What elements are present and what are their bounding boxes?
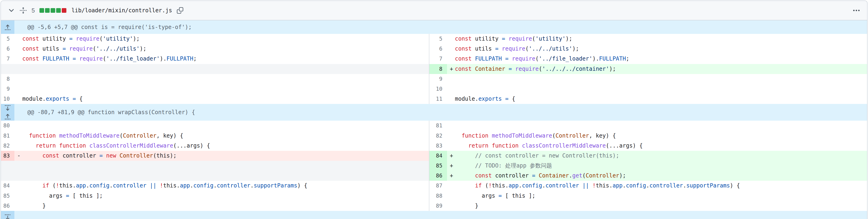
- diff-line-ctx: 9: [429, 74, 867, 84]
- diff-row: 7const FULLPATH = require('../file_loade…: [1, 54, 867, 64]
- diff-line-ctx: 10module.exports = {: [1, 94, 429, 104]
- copy-path-button[interactable]: [177, 7, 184, 14]
- line-number[interactable]: 6: [1, 44, 14, 54]
- line-number[interactable]: 10: [429, 84, 447, 94]
- collapse-file-button[interactable]: [8, 7, 15, 14]
- line-number[interactable]: 11: [429, 94, 447, 104]
- file-options-button[interactable]: [853, 7, 860, 14]
- code-text: const Container = require('../../../cont…: [455, 64, 616, 74]
- diff-line-ctx: 81: [429, 121, 867, 131]
- diff-line-ctx: 80: [1, 121, 429, 131]
- line-number[interactable]: 7: [429, 54, 447, 64]
- line-number[interactable]: 5: [429, 34, 447, 44]
- expand-up-button[interactable]: [1, 21, 14, 34]
- code-line: [447, 84, 867, 94]
- diff-row: 85 args = [ this ];88 args = [ this ];: [1, 191, 867, 201]
- diffstat-square-added: [39, 8, 44, 13]
- line-number[interactable]: 82: [1, 141, 14, 151]
- line-number[interactable]: 8: [429, 64, 447, 74]
- line-number[interactable]: 9: [1, 84, 14, 94]
- diff-marker: [447, 121, 455, 131]
- drag-handle[interactable]: [20, 7, 27, 14]
- diff-marker: [447, 54, 455, 64]
- line-number[interactable]: 6: [429, 44, 447, 54]
- kebab-horizontal-icon: [853, 7, 860, 14]
- diff-marker: [14, 34, 22, 44]
- line-number[interactable]: 81: [1, 131, 14, 141]
- code-text: const FULLPATH = require('../file_loader…: [22, 54, 196, 64]
- expand-down-button[interactable]: [1, 211, 14, 219]
- diff-line-ctx: 5const utility = require('utility');: [429, 34, 867, 44]
- diff-line-ctx: 87 if (!this.app.config.controller || !t…: [429, 181, 867, 191]
- filler-cell: [1, 171, 429, 181]
- code-line: [14, 74, 429, 84]
- diff-marker: -: [14, 151, 22, 161]
- file-header: 5 lib/loader/mixin/controller.js: [1, 1, 867, 21]
- code-line: + // TODO: 处理app 参数问题: [447, 161, 867, 171]
- chevron-down-icon: [8, 7, 15, 14]
- diff-marker: [14, 201, 22, 211]
- code-line: const FULLPATH = require('../file_loader…: [447, 54, 867, 64]
- diff-line-ctx: 9: [1, 84, 429, 94]
- diff-marker: [447, 181, 455, 191]
- line-number[interactable]: 84: [429, 151, 447, 161]
- diff-line-ctx: 83 return function classControllerMiddle…: [429, 141, 867, 151]
- code-line: + const controller = Container.get(Contr…: [447, 171, 867, 181]
- expand-up-button[interactable]: [1, 112, 14, 121]
- filler-cell: [1, 64, 429, 74]
- code-text: function methodToMiddleware(Controller, …: [455, 131, 616, 141]
- diff-marker: +: [447, 161, 455, 171]
- diff-marker: [14, 191, 22, 201]
- line-number[interactable]: 7: [1, 54, 14, 64]
- line-number[interactable]: 82: [429, 131, 447, 141]
- diff-marker: [14, 181, 22, 191]
- diff-line-add: 86+ const controller = Container.get(Con…: [429, 171, 867, 181]
- file-path: lib/loader/mixin/controller.js: [71, 7, 172, 14]
- diff-line-ctx: 82 function methodToMiddleware(Controlle…: [429, 131, 867, 141]
- code-text: const controller = new Controller(this);: [22, 151, 177, 161]
- diff-marker: [447, 94, 455, 104]
- code-text: const utility = require('utility');: [22, 34, 140, 44]
- code-text: const utility = require('utility');: [455, 34, 572, 44]
- code-text: const FULLPATH = require('../file_loader…: [455, 54, 629, 64]
- line-number[interactable]: 87: [429, 181, 447, 191]
- line-number[interactable]: 89: [429, 201, 447, 211]
- line-number[interactable]: 81: [429, 121, 447, 131]
- diff-line-ctx: 85 args = [ this ];: [1, 191, 429, 201]
- code-line: module.exports = {: [447, 94, 867, 104]
- hunk-header-row: [1, 211, 867, 219]
- hunk-header-text: @@ -5,6 +5,7 @@ const is = require('is-t…: [14, 21, 867, 34]
- diff-line-add: 85+ // TODO: 处理app 参数问题: [429, 161, 867, 171]
- line-number[interactable]: 80: [1, 121, 14, 131]
- line-number[interactable]: 88: [429, 191, 447, 201]
- line-number[interactable]: 10: [1, 94, 14, 104]
- line-number[interactable]: 5: [1, 34, 14, 44]
- hunk-header-text: [14, 211, 867, 219]
- diff-marker: +: [447, 151, 455, 161]
- diff-body: @@ -5,6 +5,7 @@ const is = require('is-t…: [1, 21, 867, 219]
- diff-marker: [447, 44, 455, 54]
- diff-row: 89: [1, 74, 867, 84]
- line-number[interactable]: 9: [429, 74, 447, 84]
- code-text: module.exports = {: [455, 94, 515, 104]
- filler-cell: [1, 161, 429, 171]
- line-number[interactable]: 8: [1, 74, 14, 84]
- line-number[interactable]: 84: [1, 181, 14, 191]
- diff-line-ctx: 82 return function classControllerMiddle…: [1, 141, 429, 151]
- diff-marker: [447, 141, 455, 151]
- expand-down-button[interactable]: [1, 104, 14, 112]
- code-line: }: [447, 201, 867, 211]
- line-number[interactable]: 83: [429, 141, 447, 151]
- hunk-header-row: @@ -5,6 +5,7 @@ const is = require('is-t…: [1, 21, 867, 34]
- code-line: if (!this.app.config.controller || !this…: [447, 181, 867, 191]
- line-number[interactable]: 83: [1, 151, 14, 161]
- line-number[interactable]: 85: [1, 191, 14, 201]
- code-line: [14, 84, 429, 94]
- code-line: const utils = require('../../utils');: [447, 44, 867, 54]
- line-number[interactable]: 86: [429, 171, 447, 181]
- diff-line-ctx: 6const utils = require('../../utils');: [1, 44, 429, 54]
- code-line: +const Container = require('../../../con…: [447, 64, 867, 74]
- line-number[interactable]: 85: [429, 161, 447, 171]
- line-number[interactable]: 86: [1, 201, 14, 211]
- code-text: if (!this.app.config.controller || !this…: [455, 181, 740, 191]
